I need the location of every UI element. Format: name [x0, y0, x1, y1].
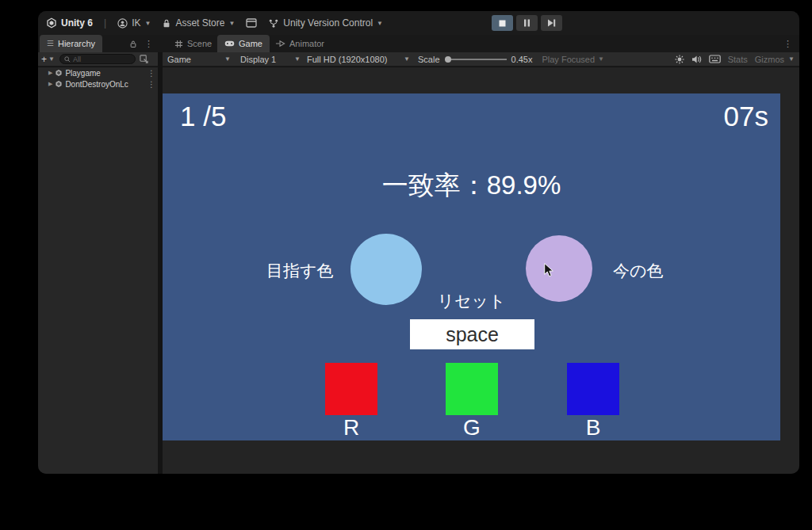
- cloud-panel-button[interactable]: [246, 18, 257, 28]
- scale-slider-knob[interactable]: [445, 56, 451, 63]
- app-title: Unity 6: [61, 17, 93, 29]
- tab-game[interactable]: Game: [217, 35, 270, 52]
- unity-logo-icon: [46, 17, 57, 29]
- tab-animator-label: Animator: [289, 39, 324, 48]
- kebab-icon: ⋮: [144, 39, 153, 49]
- search-placeholder: All: [73, 55, 81, 63]
- timer: 07s: [724, 101, 768, 132]
- pause-button[interactable]: [516, 15, 538, 31]
- hierarchy-item-label: DontDestroyOnLc: [65, 80, 145, 89]
- chevron-down-icon: ▼: [294, 55, 301, 63]
- red-swatch: [325, 363, 377, 415]
- scale-label: Scale: [418, 55, 440, 64]
- display-value: Display 1: [240, 55, 276, 64]
- play-controls: [492, 15, 562, 31]
- reset-label: リセット: [163, 290, 780, 312]
- play-focused-label: Play Focused: [542, 55, 595, 64]
- list-icon: ☰: [47, 40, 54, 48]
- step-button[interactable]: [541, 15, 562, 31]
- scene-object-icon: [55, 80, 63, 88]
- resolution-dropdown[interactable]: Full HD (1920x1080) ▼: [307, 55, 410, 64]
- expand-arrow-icon[interactable]: ▶: [48, 70, 52, 76]
- blue-channel-label: B: [567, 415, 619, 440]
- chevron-down-icon: ▼: [144, 20, 151, 27]
- create-object-button[interactable]: +▼: [41, 54, 55, 65]
- scale-value: 0.45x: [511, 55, 533, 64]
- chevron-down-icon: ▼: [598, 55, 604, 63]
- chevron-down-icon: ▼: [404, 55, 410, 63]
- lock-open-icon: [129, 40, 137, 48]
- scene-picker-icon[interactable]: [140, 55, 148, 63]
- step-forward-icon: [547, 19, 556, 27]
- window-panel-icon: [246, 18, 257, 28]
- account-icon: [117, 18, 128, 29]
- green-swatch: [446, 363, 498, 415]
- stop-icon: [499, 20, 506, 27]
- keyboard-icon: [709, 55, 721, 63]
- menubar: Unity 6 | IK ▼ Asset Store ▼: [38, 11, 799, 35]
- play-focused-dropdown[interactable]: Play Focused ▼: [542, 55, 604, 64]
- tab-game-label: Game: [239, 39, 262, 48]
- hierarchy-toolbar: +▼ All: [38, 52, 158, 67]
- tab-scene-label: Scene: [187, 39, 212, 48]
- view-mode-value: Game: [167, 55, 191, 64]
- view-mode-dropdown[interactable]: Game ▼: [167, 55, 231, 64]
- hierarchy-item-playgame[interactable]: ▶ Playgame ⋮: [38, 67, 158, 78]
- current-color-label: 今の色: [613, 260, 664, 282]
- lock-icon: [162, 18, 171, 29]
- resolution-value: Full HD (1920x1080): [307, 55, 388, 64]
- target-color-label: 目指す色: [266, 260, 334, 282]
- branch-icon: [268, 18, 279, 29]
- chevron-down-icon: ▼: [48, 55, 55, 63]
- account-label: IK: [132, 17, 140, 29]
- kebab-icon[interactable]: ⋮: [147, 69, 155, 78]
- hierarchy-lock-button[interactable]: [127, 35, 140, 52]
- chevron-down-icon: ▼: [377, 20, 383, 27]
- speaker-icon: [691, 55, 702, 64]
- stats-label: Stats: [728, 55, 748, 64]
- mute-audio-button[interactable]: [691, 55, 702, 64]
- chevron-down-icon: ▼: [224, 55, 231, 63]
- menubar-separator: |: [104, 17, 106, 29]
- asset-store-label: Asset Store: [175, 17, 224, 29]
- scale-slider[interactable]: [445, 59, 507, 60]
- blue-swatch: [567, 363, 619, 415]
- debug-highlight-button[interactable]: [675, 55, 684, 64]
- red-channel-label: R: [325, 415, 377, 440]
- bug-icon: [675, 55, 684, 64]
- scene-object-icon: [55, 69, 63, 77]
- tab-hierarchy-label: Hierarchy: [58, 39, 95, 48]
- game-viewport: 1 /5 07s 一致率：89.9% 目指す色 今の色 リセット space R…: [163, 67, 799, 474]
- space-key-button[interactable]: space: [410, 319, 534, 349]
- gizmos-label: Gizmos: [755, 55, 784, 64]
- asset-store-menu[interactable]: Asset Store ▼: [162, 17, 235, 29]
- play-stop-button[interactable]: [492, 15, 513, 31]
- unity-logo-group: Unity 6: [46, 17, 93, 29]
- search-icon: [64, 56, 71, 63]
- kebab-icon[interactable]: ⋮: [147, 80, 155, 89]
- unity-editor-window: Unity 6 | IK ▼ Asset Store ▼: [38, 11, 799, 474]
- tab-scene[interactable]: Scene: [167, 35, 219, 52]
- hierarchy-panel: ▶ Playgame ⋮ ▶ DontDestroyOnLc ⋮: [38, 67, 158, 474]
- display-dropdown[interactable]: Display 1 ▼: [240, 55, 301, 64]
- chevron-down-icon: ▼: [788, 55, 795, 63]
- tab-animator[interactable]: Animator: [268, 35, 331, 52]
- onscreen-keyboard-button[interactable]: [709, 55, 721, 63]
- tab-strip: ☰ Hierarchy ⋮ Scene Game: [38, 35, 799, 52]
- game-view-toolbar: Game ▼ Display 1 ▼ Full HD (1920x1080) ▼…: [163, 52, 799, 67]
- mouse-cursor-icon: [543, 263, 554, 277]
- version-control-label: Unity Version Control: [283, 17, 373, 29]
- stats-toggle[interactable]: Stats: [728, 55, 748, 64]
- round-counter: 1 /5: [180, 101, 226, 132]
- version-control-menu[interactable]: Unity Version Control ▼: [268, 17, 383, 29]
- green-channel-label: G: [446, 415, 498, 440]
- expand-arrow-icon[interactable]: ▶: [48, 81, 52, 87]
- hierarchy-menu-button[interactable]: ⋮: [142, 35, 155, 52]
- hierarchy-item-dontdestroyonload[interactable]: ▶ DontDestroyOnLc ⋮: [38, 78, 158, 90]
- gizmos-dropdown[interactable]: Gizmos ▼: [755, 55, 795, 64]
- tab-hierarchy[interactable]: ☰ Hierarchy: [40, 35, 102, 52]
- game-panel-menu-button[interactable]: ⋮: [781, 35, 795, 52]
- hierarchy-search-input[interactable]: All: [59, 54, 136, 64]
- account-menu[interactable]: IK ▼: [117, 17, 151, 29]
- scene-grid-icon: [174, 40, 183, 48]
